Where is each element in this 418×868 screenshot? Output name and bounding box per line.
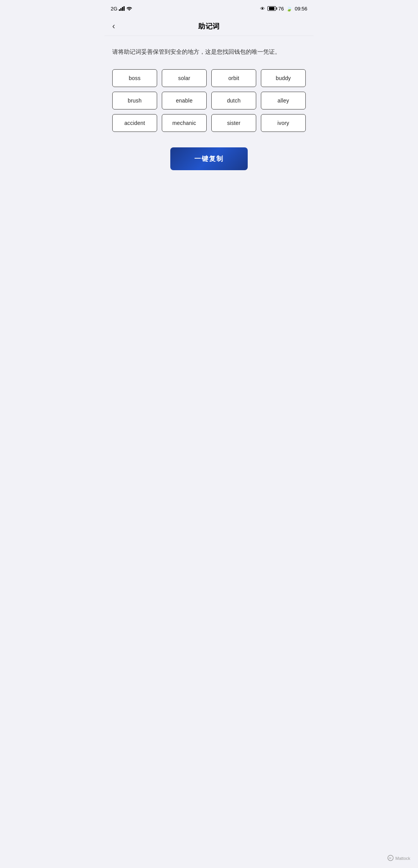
status-left: 2G [111, 6, 132, 12]
copy-button-wrapper: 一键复制 [112, 147, 306, 170]
main-content: 请将助记词妥善保管到安全的地方，这是您找回钱包的唯一凭证。 bosssolaro… [104, 36, 314, 193]
word-chip-5: brush [112, 92, 157, 109]
nav-bar: ‹ 助记词 [104, 17, 314, 36]
back-button[interactable]: ‹ [112, 22, 115, 31]
wifi-icon [126, 6, 132, 12]
eye-icon: 👁 [260, 6, 265, 12]
battery-label: 76 [278, 6, 284, 12]
page-title: 助记词 [198, 22, 220, 31]
status-right: 👁 76 🍃 09:56 [260, 6, 307, 12]
word-chip-9: accident [112, 114, 157, 132]
word-chip-4: buddy [261, 69, 306, 87]
leaf-icon: 🍃 [286, 6, 292, 12]
word-chip-12: ivory [261, 114, 306, 132]
word-chip-6: enable [162, 92, 207, 109]
status-bar: 2G 👁 76 🍃 09:56 [104, 0, 314, 17]
word-chip-2: solar [162, 69, 207, 87]
time-label: 09:56 [295, 6, 307, 12]
word-chip-3: orbit [211, 69, 256, 87]
signal-icon [119, 6, 125, 11]
mnemonic-word-grid: bosssolarorbitbuddybrushenabledutchalley… [112, 69, 306, 132]
word-chip-10: mechanic [162, 114, 207, 132]
word-chip-11: sister [211, 114, 256, 132]
word-chip-7: dutch [211, 92, 256, 109]
description-text: 请将助记词妥善保管到安全的地方，这是您找回钱包的唯一凭证。 [112, 47, 306, 57]
word-chip-1: boss [112, 69, 157, 87]
network-label: 2G [111, 6, 117, 12]
word-chip-8: alley [261, 92, 306, 109]
copy-all-button[interactable]: 一键复制 [170, 147, 248, 170]
battery-icon [267, 6, 276, 11]
